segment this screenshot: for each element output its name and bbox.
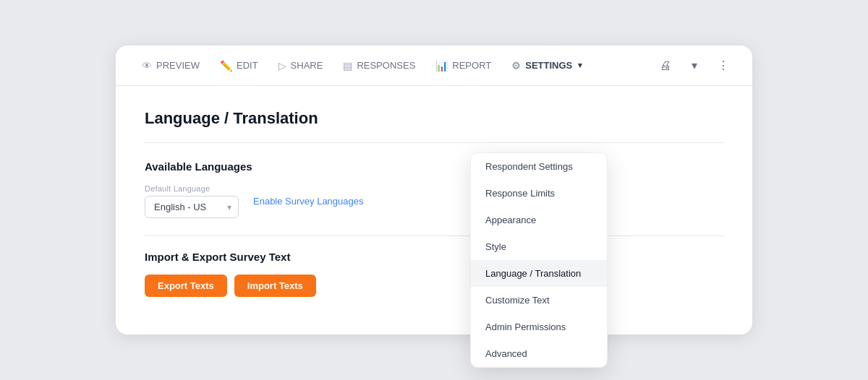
nav-item-report[interactable]: 📊 REPORT [427, 54, 500, 77]
divider-1 [145, 142, 723, 143]
content-area: Language / Translation Available Languag… [116, 86, 752, 320]
default-language-group: Default Language English - US English - … [145, 184, 239, 218]
enable-survey-languages-button[interactable]: Enable Survey Languages [253, 196, 364, 207]
nav-label-preview: PREVIEW [156, 60, 200, 71]
nav-label-settings: SETTINGS [525, 60, 572, 71]
nav-label-report: REPORT [452, 60, 491, 71]
import-export-buttons: Export Texts Import Texts [145, 275, 723, 297]
nav-bar: 👁 PREVIEW ✏️ EDIT ▷ SHARE ▤ RESPONSES 📊 … [116, 46, 752, 86]
share-icon: ▷ [278, 60, 286, 72]
dropdown-item-response-limits[interactable]: Response Limits [471, 180, 607, 207]
edit-icon: ✏️ [220, 60, 232, 72]
default-language-select[interactable]: English - US English - GB Spanish French [145, 196, 239, 218]
preview-icon: 👁 [142, 60, 152, 72]
nav-item-responses[interactable]: ▤ RESPONSES [334, 54, 424, 77]
nav-label-edit: EDIT [237, 60, 258, 71]
main-card: 👁 PREVIEW ✏️ EDIT ▷ SHARE ▤ RESPONSES 📊 … [116, 46, 752, 334]
nav-item-settings[interactable]: ⚙ SETTINGS ▾ [503, 54, 591, 77]
chevron-down-icon: ▾ [578, 61, 582, 70]
nav-label-responses: RESPONSES [357, 60, 415, 71]
more-options-button[interactable]: ⋮ [712, 54, 735, 77]
export-texts-button[interactable]: Export Texts [145, 275, 227, 297]
dropdown-item-language-translation[interactable]: Language / Translation [471, 260, 607, 287]
print-button[interactable]: 🖨 [654, 54, 677, 77]
language-row: Default Language English - US English - … [145, 184, 723, 218]
report-icon: 📊 [435, 60, 448, 72]
settings-icon: ⚙ [511, 60, 521, 72]
lang-select-wrap: English - US English - GB Spanish French… [145, 196, 239, 218]
dropdown-item-respondent-settings[interactable]: Respondent Settings [471, 153, 607, 180]
import-texts-button[interactable]: Import Texts [234, 275, 316, 297]
available-languages-title: Available Languages [145, 160, 723, 173]
page-title: Language / Translation [145, 109, 723, 128]
import-export-title: Import & Export Survey Text [145, 251, 723, 263]
dropdown-item-style[interactable]: Style [471, 233, 607, 260]
dropdown-item-customize-text[interactable]: Customize Text [471, 287, 607, 314]
settings-dropdown-menu: Respondent Settings Response Limits Appe… [470, 152, 608, 368]
dropdown-item-advanced[interactable]: Advanced [471, 340, 607, 367]
dropdown-item-appearance[interactable]: Appearance [471, 207, 607, 233]
nav-item-edit[interactable]: ✏️ EDIT [211, 54, 267, 77]
nav-items: 👁 PREVIEW ✏️ EDIT ▷ SHARE ▤ RESPONSES 📊 … [133, 54, 654, 77]
default-lang-label: Default Language [145, 184, 239, 193]
responses-icon: ▤ [343, 60, 352, 72]
nav-item-preview[interactable]: 👁 PREVIEW [133, 54, 208, 77]
nav-label-share: SHARE [291, 60, 323, 71]
nav-dropdown-button[interactable]: ▾ [683, 54, 706, 77]
nav-item-share[interactable]: ▷ SHARE [270, 54, 332, 77]
nav-right: 🖨 ▾ ⋮ [654, 54, 735, 77]
divider-2 [145, 236, 723, 236]
dropdown-item-admin-permissions[interactable]: Admin Permissions [471, 314, 607, 340]
